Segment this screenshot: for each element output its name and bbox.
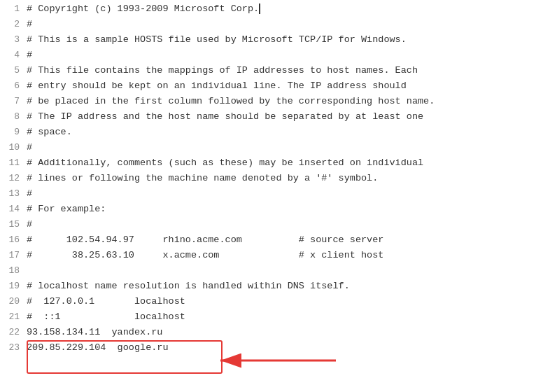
line-row: 15#	[0, 217, 550, 232]
line-content[interactable]: # Additionally, comments (such as these)…	[27, 155, 550, 171]
line-number: 1	[0, 1, 27, 17]
line-number: 5	[0, 63, 27, 78]
line-content[interactable]: # be placed in the first column followed…	[27, 94, 550, 109]
code-editor: 1# Copyright (c) 1993-2009 Microsoft Cor…	[0, 0, 550, 392]
line-number: 6	[0, 78, 27, 94]
line-number: 12	[0, 171, 27, 186]
line-row: 8# The IP address and the host name shou…	[0, 109, 550, 125]
line-number: 2	[0, 17, 27, 32]
line-row: 13#	[0, 186, 550, 202]
line-number: 20	[0, 294, 27, 309]
line-content[interactable]: # For example:	[27, 202, 550, 217]
line-number: 15	[0, 217, 27, 232]
line-number: 3	[0, 32, 27, 48]
line-number: 13	[0, 186, 27, 202]
line-content[interactable]: # lines or following the machine name de…	[27, 171, 550, 186]
line-number: 23	[0, 340, 27, 356]
line-content[interactable]: # 102.54.94.97 rhino.acme.com # source s…	[27, 232, 550, 248]
line-number: 9	[0, 125, 27, 140]
lines-container: 1# Copyright (c) 1993-2009 Microsoft Cor…	[0, 0, 550, 357]
line-number: 10	[0, 140, 27, 155]
line-number: 19	[0, 279, 27, 294]
line-content[interactable]: # This file contains the mappings of IP …	[27, 63, 550, 78]
line-row: 17# 38.25.63.10 x.acme.com # x client ho…	[0, 248, 550, 263]
line-row: 16# 102.54.94.97 rhino.acme.com # source…	[0, 232, 550, 248]
line-row: 21# ::1 localhost	[0, 309, 550, 325]
line-content[interactable]: # ::1 localhost	[27, 309, 550, 325]
line-row: 9# space.	[0, 125, 550, 140]
line-number: 18	[0, 263, 27, 279]
line-content[interactable]: # 38.25.63.10 x.acme.com # x client host	[27, 248, 550, 263]
line-number: 22	[0, 325, 27, 340]
line-row: 20# 127.0.0.1 localhost	[0, 294, 550, 309]
line-number: 16	[0, 232, 27, 248]
line-row: 6# entry should be kept on an individual…	[0, 78, 550, 94]
line-row: 4#	[0, 48, 550, 63]
line-number: 7	[0, 94, 27, 109]
line-content[interactable]: # 127.0.0.1 localhost	[27, 294, 550, 309]
line-row: 12# lines or following the machine name …	[0, 171, 550, 186]
line-content[interactable]: #	[27, 48, 550, 63]
line-content[interactable]: #	[27, 17, 550, 32]
line-row: 18	[0, 263, 550, 279]
line-row: 3# This is a sample HOSTS file used by M…	[0, 32, 550, 48]
line-number: 8	[0, 109, 27, 125]
line-row: 5# This file contains the mappings of IP…	[0, 63, 550, 78]
line-row: 2293.158.134.11 yandex.ru	[0, 325, 550, 340]
line-row: 1# Copyright (c) 1993-2009 Microsoft Cor…	[0, 1, 550, 17]
line-content[interactable]: # entry should be kept on an individual …	[27, 78, 550, 94]
line-content[interactable]: 93.158.134.11 yandex.ru	[27, 325, 550, 340]
line-content[interactable]: # This is a sample HOSTS file used by Mi…	[27, 32, 550, 48]
line-number: 21	[0, 309, 27, 325]
line-row: 11# Additionally, comments (such as thes…	[0, 155, 550, 171]
line-row: 7# be placed in the first column followe…	[0, 94, 550, 109]
text-cursor	[259, 4, 260, 14]
line-content[interactable]: # space.	[27, 125, 550, 140]
line-content[interactable]: 209.85.229.104 google.ru	[27, 340, 550, 356]
line-content[interactable]: # Copyright (c) 1993-2009 Microsoft Corp…	[27, 1, 550, 17]
line-content[interactable]: #	[27, 140, 550, 155]
line-number: 4	[0, 48, 27, 63]
line-row: 2#	[0, 17, 550, 32]
line-row: 19# localhost name resolution is handled…	[0, 279, 550, 294]
line-content[interactable]: # localhost name resolution is handled w…	[27, 279, 550, 294]
line-row: 23209.85.229.104 google.ru	[0, 340, 550, 356]
line-content[interactable]: #	[27, 217, 550, 232]
line-content[interactable]: #	[27, 186, 550, 202]
line-content[interactable]: # The IP address and the host name shoul…	[27, 109, 550, 125]
line-number: 17	[0, 248, 27, 263]
line-row: 14# For example:	[0, 202, 550, 217]
line-number: 14	[0, 202, 27, 217]
line-row: 10#	[0, 140, 550, 155]
line-number: 11	[0, 155, 27, 171]
